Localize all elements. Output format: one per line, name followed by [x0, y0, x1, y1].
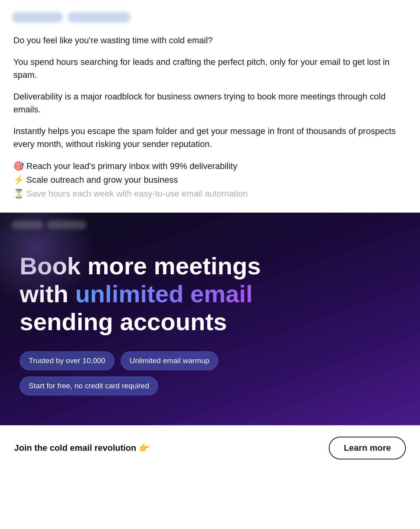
headline-part2: with: [20, 280, 75, 307]
paragraph-2: You spend hours searching for leads and …: [13, 55, 407, 81]
text-content: Do you feel like you're wasting time wit…: [12, 34, 408, 201]
badges-row-1: Trusted by over 10,000 Unlimited email w…: [20, 351, 404, 370]
headline-part1: Book more meetings: [20, 252, 261, 279]
bullet-list: 🎯 Reach your lead's primary inbox with 9…: [13, 159, 407, 201]
blurred-pill-1: [12, 12, 63, 23]
bullet-item-2: ⚡ Scale outreach and grow your business: [13, 173, 407, 187]
dark-blurred-pill-1: [12, 220, 43, 229]
headline-highlight: unlimited email: [75, 280, 252, 307]
headline-part3: sending accounts: [20, 308, 227, 335]
badge-trusted[interactable]: Trusted by over 10,000: [20, 351, 114, 370]
bullet-item-1: 🎯 Reach your lead's primary inbox with 9…: [13, 159, 407, 173]
paragraph-3: Deliverability is a major roadblock for …: [13, 90, 407, 116]
dark-blurred-header: [12, 220, 87, 229]
top-section: Do you feel like you're wasting time wit…: [0, 0, 420, 213]
blurred-header: [12, 12, 408, 23]
blurred-pill-2: [68, 12, 131, 23]
headline: Book more meetings with unlimited email …: [20, 252, 295, 336]
badges-row-2: Start for free, no credit card required: [20, 377, 404, 395]
dark-section: Book more meetings with unlimited email …: [0, 213, 420, 426]
dark-blurred-pill-2: [47, 220, 87, 229]
learn-more-button[interactable]: Learn more: [329, 437, 406, 459]
badge-warmup[interactable]: Unlimited email warmup: [121, 351, 219, 370]
bullet-item-3: ⏳ Save hours each week with easy-to-use …: [13, 187, 407, 200]
footer-bar: Join the cold email revolution 👉 Learn m…: [0, 425, 420, 470]
badge-free[interactable]: Start for free, no credit card required: [20, 377, 158, 395]
paragraph-4: Instantly helps you escape the spam fold…: [13, 125, 407, 151]
footer-text: Join the cold email revolution 👉: [14, 443, 149, 453]
paragraph-1: Do you feel like you're wasting time wit…: [13, 34, 407, 47]
